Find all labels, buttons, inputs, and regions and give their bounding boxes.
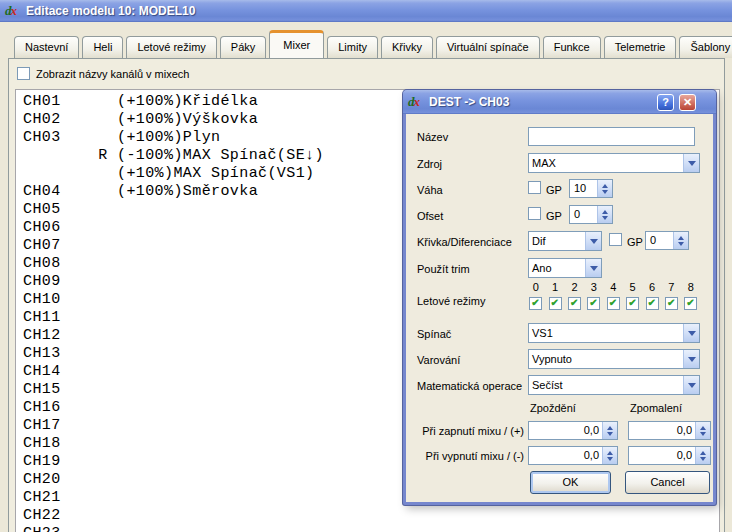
mix-on-delay-spinner[interactable]: 0,0 xyxy=(528,421,618,440)
dialog-close-button[interactable]: ✕ xyxy=(679,94,696,111)
tab-letov-re-imy[interactable]: Letové režimy xyxy=(126,36,216,58)
tab--ablony[interactable]: Šablony xyxy=(679,36,732,58)
dialog-help-button[interactable]: ? xyxy=(657,94,674,111)
mix-edit-dialog: DEST -> CH03 ? ✕ Název Zdroj MAX Váha GP… xyxy=(403,90,716,505)
window-title: Editace modelu 10: MODEL10 xyxy=(26,4,195,18)
krivka-spinner[interactable]: 0 xyxy=(645,231,689,250)
nazev-label: Název xyxy=(417,131,448,143)
up-down-arrows-icon[interactable] xyxy=(602,447,617,464)
flight-mode-number-8: 8 xyxy=(688,281,694,293)
up-down-arrows-icon[interactable] xyxy=(597,206,612,223)
trim-select[interactable]: Ano xyxy=(528,258,602,278)
trim-label: Použít trim xyxy=(417,263,470,275)
ofset-gp-checkbox[interactable] xyxy=(528,207,541,220)
checkbox-box-icon[interactable] xyxy=(17,67,30,80)
flight-mode-number-5: 5 xyxy=(630,281,636,293)
zdroj-label: Zdroj xyxy=(417,158,442,170)
krivka-select[interactable]: Dif xyxy=(528,231,602,251)
flight-mode-number-1: 1 xyxy=(552,281,558,293)
krivka-gp-checkbox[interactable] xyxy=(609,233,622,246)
flight-mode-number-7: 7 xyxy=(668,281,674,293)
flight-mode-checkbox-1[interactable] xyxy=(549,297,562,310)
flight-mode-checkbox-0[interactable] xyxy=(529,297,542,310)
tab-mixer[interactable]: Mixer xyxy=(269,30,324,58)
flight-mode-checkbox-8[interactable] xyxy=(684,297,697,310)
cancel-button[interactable]: Cancel xyxy=(625,471,710,494)
vaha-gp-checkbox[interactable] xyxy=(528,181,541,194)
flight-mode-number-4: 4 xyxy=(610,281,616,293)
krivka-gp-label: GP xyxy=(627,236,643,248)
zpomaleni-header: Zpomalení xyxy=(630,402,682,414)
flight-mode-checkbox-4[interactable] xyxy=(607,297,620,310)
chevron-down-icon[interactable] xyxy=(683,376,699,394)
flight-mode-checkbox-2[interactable] xyxy=(568,297,581,310)
window-titlebar: Editace modelu 10: MODEL10 xyxy=(0,0,732,22)
flight-mode-number-6: 6 xyxy=(649,281,655,293)
tab-heli[interactable]: Heli xyxy=(82,36,123,58)
varovani-select[interactable]: Vypnuto xyxy=(528,349,700,369)
tab-nastevn-[interactable]: Nastevní xyxy=(14,36,79,58)
mix-on-slow-spinner[interactable]: 0,0 xyxy=(628,421,711,440)
up-down-arrows-icon[interactable] xyxy=(597,180,612,197)
flight-mode-number-3: 3 xyxy=(591,281,597,293)
ofset-label: Ofset xyxy=(417,210,443,222)
chevron-down-icon[interactable] xyxy=(585,232,601,250)
spinac-select[interactable]: VS1 xyxy=(528,323,700,343)
chevron-down-icon[interactable] xyxy=(683,350,699,368)
spinac-label: Spínač xyxy=(417,328,451,340)
tab-telemetrie[interactable]: Telemetrie xyxy=(604,36,677,58)
ok-button[interactable]: OK xyxy=(530,471,611,494)
chevron-down-icon[interactable] xyxy=(585,259,601,277)
mix-off-slow-spinner[interactable]: 0,0 xyxy=(628,446,711,465)
vaha-spinner[interactable]: 10 xyxy=(569,179,613,198)
up-down-arrows-icon[interactable] xyxy=(695,422,710,439)
chevron-down-icon[interactable] xyxy=(683,154,699,172)
up-down-arrows-icon[interactable] xyxy=(673,232,688,249)
flight-mode-checkboxes xyxy=(526,297,701,310)
flight-mode-checkbox-7[interactable] xyxy=(665,297,678,310)
flight-mode-number-2: 2 xyxy=(571,281,577,293)
tab-p-ky[interactable]: Páky xyxy=(220,36,266,58)
operace-label: Matematická operace xyxy=(417,380,522,392)
app-window: Editace modelu 10: MODEL10 NastevníHeliL… xyxy=(0,0,732,532)
checkbox-label: Zobrazit názvy kanálů v mixech xyxy=(36,68,189,80)
flight-mode-numbers: 012345678 xyxy=(526,281,701,293)
mix-off-delay-spinner[interactable]: 0,0 xyxy=(528,446,618,465)
tab-funkce[interactable]: Funkce xyxy=(543,36,601,58)
tab-bar: NastevníHeliLetové režimyPákyMixerLimity… xyxy=(14,31,732,58)
vaha-label: Váha xyxy=(417,184,443,196)
nazev-input[interactable] xyxy=(528,127,695,146)
flight-mode-number-0: 0 xyxy=(533,281,539,293)
zdroj-select[interactable]: MAX xyxy=(528,153,700,173)
mix-on-label: Při zapnutí mixu / (+) xyxy=(408,425,524,437)
zpozdeni-header: Zpoždění xyxy=(530,402,576,414)
show-channel-names-checkbox[interactable]: Zobrazit názvy kanálů v mixech xyxy=(17,67,189,80)
flight-modes-label: Letové režimy xyxy=(417,295,485,307)
flight-mode-checkbox-3[interactable] xyxy=(587,297,600,310)
tab-virtu-ln-sp-na-e[interactable]: Virtuální spínače xyxy=(436,36,540,58)
chevron-down-icon[interactable] xyxy=(683,324,699,342)
app-logo-icon xyxy=(5,4,22,19)
operace-select[interactable]: Sečíst xyxy=(528,375,700,395)
ofset-gp-label: GP xyxy=(546,210,562,222)
up-down-arrows-icon[interactable] xyxy=(602,422,617,439)
ofset-spinner[interactable]: 0 xyxy=(569,205,613,224)
up-down-arrows-icon[interactable] xyxy=(695,447,710,464)
krivka-label: Křivka/Diferenciace xyxy=(417,236,512,248)
flight-mode-checkbox-5[interactable] xyxy=(626,297,639,310)
tab-k-ivky[interactable]: Křivky xyxy=(381,36,433,58)
vaha-gp-label: GP xyxy=(546,184,562,196)
dialog-logo-icon xyxy=(408,95,425,110)
dialog-title: DEST -> CH03 xyxy=(429,95,509,109)
varovani-label: Varování xyxy=(417,354,460,366)
tab-limity[interactable]: Limity xyxy=(327,36,378,58)
mix-off-label: Při vypnutí mixu / (-) xyxy=(408,450,524,462)
flight-mode-checkbox-6[interactable] xyxy=(646,297,659,310)
